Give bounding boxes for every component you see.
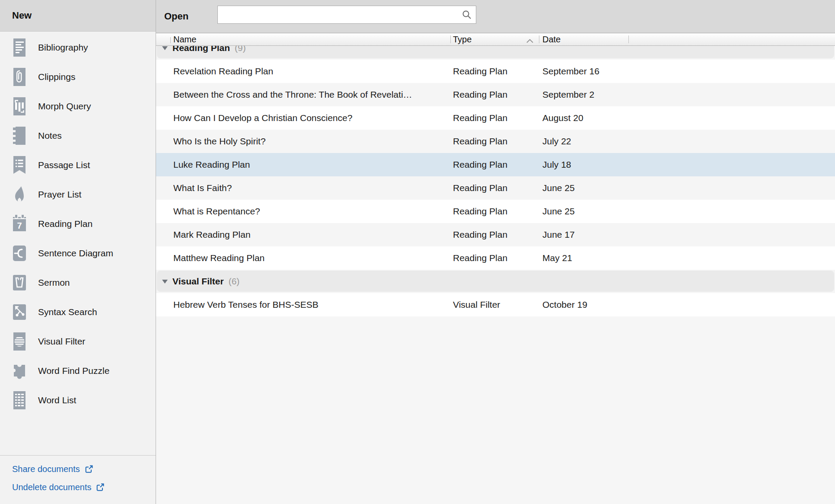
sidebar-item-label: Word Find Puzzle	[38, 366, 109, 376]
sidebar-item-visual-filter[interactable]: Visual Filter	[0, 327, 156, 356]
doc-name: Between the Cross and the Throne: The Bo…	[173, 89, 453, 100]
doc-type: Reading Plan	[453, 206, 542, 217]
table-row-luke-reading-plan[interactable]: Luke Reading PlanReading PlanJuly 18	[156, 153, 835, 176]
passage-list-icon	[12, 156, 27, 175]
collapse-triangle-icon[interactable]	[162, 280, 168, 284]
sidebar: New BibliographyClippingsMorph QueryNote…	[0, 0, 156, 504]
sidebar-item-label: Visual Filter	[38, 336, 85, 347]
sidebar-item-sermon[interactable]: Sermon	[0, 268, 156, 297]
sidebar-item-label: Sentence Diagram	[38, 248, 113, 258]
sidebar-item-label: Word List	[38, 395, 76, 405]
doc-date: September 2	[542, 89, 835, 100]
external-link-icon	[96, 483, 105, 491]
column-header-name[interactable]: Name	[173, 33, 196, 45]
sidebar-item-clippings[interactable]: Clippings	[0, 62, 156, 92]
doc-name: Hebrew Verb Tenses for BHS-SESB	[173, 300, 453, 310]
doc-date: October 19	[542, 300, 835, 310]
open-toolbar: Open	[156, 0, 835, 33]
sidebar-item-label: Syntax Search	[38, 307, 97, 317]
doc-name: Revelation Reading Plan	[173, 66, 453, 77]
table-row-revelation-reading-plan[interactable]: Revelation Reading PlanReading PlanSepte…	[156, 60, 835, 83]
sidebar-item-word-list[interactable]: Word List	[0, 386, 156, 415]
table-row-matthew-reading-plan[interactable]: Matthew Reading PlanReading PlanMay 21	[156, 246, 835, 270]
collapse-triangle-icon[interactable]	[162, 46, 168, 50]
doc-type: Reading Plan	[453, 66, 542, 77]
column-header-type[interactable]: Type	[453, 33, 472, 45]
doc-type: Reading Plan	[453, 136, 542, 147]
sidebar-header: New	[0, 0, 156, 32]
column-header-date[interactable]: Date	[542, 33, 561, 45]
table-row-what-is-repentance[interactable]: What is Repentance?Reading PlanJune 25	[156, 200, 835, 223]
sidebar-item-label: Reading Plan	[38, 219, 92, 229]
doc-type: Reading Plan	[453, 183, 542, 193]
open-section-title: Open	[164, 0, 188, 33]
bibliography-icon	[12, 38, 27, 57]
share-documents-link[interactable]: Share documents	[12, 463, 156, 475]
doc-name: Luke Reading Plan	[173, 159, 453, 170]
sidebar-item-label: Sermon	[38, 278, 70, 288]
side-link-label: Undelete documents	[12, 481, 91, 494]
clippings-icon	[12, 67, 27, 86]
sidebar-item-label: Bibliography	[38, 42, 88, 53]
doc-name: Mark Reading Plan	[173, 230, 453, 240]
table-row-hebrew-verb-tenses-for-bhs-sesb[interactable]: Hebrew Verb Tenses for BHS-SESBVisual Fi…	[156, 293, 835, 316]
table-row-who-is-the-holy-spirit[interactable]: Who Is the Holy Spirit?Reading PlanJuly …	[156, 130, 835, 153]
column-divider	[539, 35, 539, 43]
sidebar-item-word-find-puzzle[interactable]: Word Find Puzzle	[0, 356, 156, 386]
doc-type: Reading Plan	[453, 113, 542, 123]
morph-query-icon	[12, 97, 27, 116]
table-row-what-is-faith[interactable]: What Is Faith?Reading PlanJune 25	[156, 176, 835, 200]
doc-name: Matthew Reading Plan	[173, 253, 453, 263]
notes-icon	[12, 126, 27, 145]
syntax-search-icon	[12, 303, 27, 322]
search-input[interactable]	[218, 6, 460, 23]
doc-name: What is Repentance?	[173, 206, 453, 217]
sidebar-item-syntax-search[interactable]: Syntax Search	[0, 297, 156, 327]
doc-date: July 18	[542, 159, 835, 170]
side-link-label: Share documents	[12, 463, 80, 475]
table-row-how-can-i-develop-a-christian-conscience[interactable]: How Can I Develop a Christian Conscience…	[156, 106, 835, 130]
sidebar-item-label: Notes	[38, 131, 62, 141]
doc-date: June 25	[542, 206, 835, 217]
column-divider	[450, 35, 451, 43]
sidebar-item-passage-list[interactable]: Passage List	[0, 150, 156, 180]
word-list-icon	[12, 391, 27, 410]
doc-type: Reading Plan	[453, 159, 542, 170]
sidebar-item-sentence-diagram[interactable]: Sentence Diagram	[0, 239, 156, 268]
doc-type: Visual Filter	[453, 300, 542, 310]
table-row-between-the-cross-and-the-throne-the-book-of-revelati[interactable]: Between the Cross and the Throne: The Bo…	[156, 83, 835, 106]
sort-ascending-icon	[526, 37, 534, 45]
sidebar-item-label: Passage List	[38, 160, 90, 170]
sidebar-item-label: Prayer List	[38, 189, 81, 200]
sidebar-item-notes[interactable]: Notes	[0, 121, 156, 150]
doc-name: What Is Faith?	[173, 183, 453, 193]
doc-type: Reading Plan	[453, 230, 542, 240]
search-icon	[460, 9, 473, 21]
column-divider	[170, 37, 171, 43]
new-document-type-list: BibliographyClippingsMorph QueryNotesPas…	[0, 32, 156, 415]
doc-date: July 22	[542, 136, 835, 147]
documents-panel: New BibliographyClippingsMorph QueryNote…	[0, 0, 835, 504]
table-row-mark-reading-plan[interactable]: Mark Reading PlanReading PlanJune 17	[156, 223, 835, 246]
sentence-diagram-icon	[12, 244, 27, 263]
doc-name: How Can I Develop a Christian Conscience…	[173, 113, 453, 123]
document-list: Reading Plan(9)Revelation Reading PlanRe…	[156, 33, 835, 504]
doc-date: May 21	[542, 253, 835, 263]
sermon-icon	[12, 273, 27, 292]
group-header-visual-filter[interactable]: Visual Filter(6)	[156, 270, 835, 293]
sidebar-item-reading-plan[interactable]: 7Reading Plan	[0, 209, 156, 239]
doc-type: Reading Plan	[453, 253, 542, 263]
sidebar-item-morph-query[interactable]: Morph Query	[0, 92, 156, 121]
doc-date: September 16	[542, 66, 835, 77]
table-header: Name Type Date	[156, 33, 835, 46]
group-title: Visual Filter	[172, 276, 224, 287]
doc-date: June 17	[542, 230, 835, 240]
undelete-documents-link[interactable]: Undelete documents	[12, 481, 156, 494]
sidebar-item-label: Clippings	[38, 72, 75, 82]
external-link-icon	[85, 465, 93, 473]
sidebar-item-bibliography[interactable]: Bibliography	[0, 33, 156, 62]
sidebar-item-prayer-list[interactable]: Prayer List	[0, 180, 156, 209]
new-section-title: New	[12, 10, 32, 21]
reading-plan-icon: 7	[12, 214, 27, 233]
prayer-list-icon	[12, 185, 27, 204]
